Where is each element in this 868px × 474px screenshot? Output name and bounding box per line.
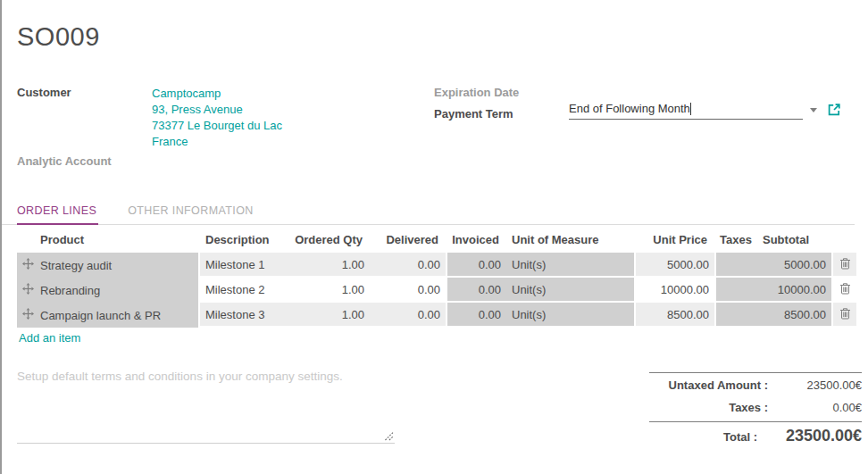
trash-icon[interactable] bbox=[839, 284, 851, 297]
payment-term-field[interactable]: End of Following Month bbox=[569, 102, 841, 120]
invoiced-cell: 0.00 bbox=[446, 303, 506, 328]
move-icon[interactable] bbox=[22, 259, 34, 272]
column-header-invoiced[interactable]: Invoiced bbox=[446, 229, 506, 253]
description-cell[interactable]: Milestone 3 bbox=[200, 303, 288, 328]
customer-address-line2[interactable]: 73377 Le Bourget du Lac bbox=[152, 118, 282, 134]
unit-price-cell[interactable]: 8500.00 bbox=[636, 303, 714, 328]
taxes-cell bbox=[714, 303, 757, 328]
analytic-account-label: Analytic Account bbox=[17, 154, 112, 168]
delete-row-cell[interactable] bbox=[833, 278, 856, 303]
page-title: SO009 bbox=[17, 22, 100, 52]
add-an-item-link[interactable]: Add an item bbox=[19, 331, 80, 345]
subtotal-cell: 10000.00 bbox=[757, 278, 833, 303]
resize-handle-icon[interactable] bbox=[384, 431, 394, 441]
invoiced-cell: 0.00 bbox=[446, 253, 506, 278]
delivered-cell[interactable]: 0.00 bbox=[370, 303, 446, 328]
delete-row-cell[interactable] bbox=[833, 253, 856, 278]
payment-term-value[interactable]: End of Following Month bbox=[569, 102, 690, 115]
table-row[interactable]: Strategy audit Milestone 1 1.00 0.00 0.0… bbox=[17, 253, 856, 278]
taxes-value: 0.00€ bbox=[780, 401, 862, 414]
customer-name[interactable]: Camptocamp bbox=[152, 86, 282, 102]
uom-cell: Unit(s) bbox=[506, 303, 636, 328]
order-lines-table: Product Description Ordered Qty Delivere… bbox=[17, 229, 856, 328]
taxes-label: Taxes : bbox=[649, 401, 780, 414]
sale-order-form: SO009 Customer Camptocamp 93, Press Aven… bbox=[0, 0, 868, 474]
description-cell[interactable]: Milestone 2 bbox=[200, 278, 288, 303]
expiration-date-label: Expiration Date bbox=[434, 86, 519, 99]
uom-cell: Unit(s) bbox=[506, 253, 636, 278]
untaxed-amount-row: Untaxed Amount : 23500.00€ bbox=[649, 373, 862, 395]
text-cursor bbox=[690, 103, 691, 115]
column-header-product[interactable]: Product bbox=[35, 229, 200, 253]
product-cell[interactable]: Rebranding bbox=[35, 278, 200, 303]
trash-icon[interactable] bbox=[839, 259, 851, 272]
tab-order-lines[interactable]: ORDER LINES bbox=[17, 204, 98, 225]
ordered-qty-cell[interactable]: 1.00 bbox=[288, 303, 370, 328]
trash-icon[interactable] bbox=[839, 309, 851, 322]
total-label: Total : bbox=[649, 430, 769, 444]
subtotal-cell: 8500.00 bbox=[757, 303, 833, 328]
move-icon[interactable] bbox=[22, 284, 34, 297]
column-header-taxes[interactable]: Taxes bbox=[714, 229, 757, 253]
payment-term-input[interactable]: End of Following Month bbox=[569, 102, 803, 120]
total-row: Total : 23500.00€ bbox=[649, 421, 862, 449]
customer-address-line1[interactable]: 93, Press Avenue bbox=[152, 102, 282, 118]
table-row[interactable]: Campaign launch & PR Milestone 3 1.00 0.… bbox=[17, 303, 856, 328]
column-header-unit-price[interactable]: Unit Price bbox=[636, 229, 714, 253]
terms-textarea[interactable]: Setup default terms and conditions in yo… bbox=[17, 362, 395, 444]
column-header-ordered-qty[interactable]: Ordered Qty bbox=[288, 229, 370, 253]
terms-placeholder: Setup default terms and conditions in yo… bbox=[17, 370, 343, 383]
delivered-cell[interactable]: 0.00 bbox=[370, 278, 446, 303]
totals-panel: Untaxed Amount : 23500.00€ Taxes : 0.00€… bbox=[649, 372, 862, 449]
taxes-cell bbox=[714, 253, 757, 278]
taxes-cell bbox=[714, 278, 757, 303]
ordered-qty-cell[interactable]: 1.00 bbox=[288, 278, 370, 303]
dropdown-caret-icon[interactable] bbox=[810, 108, 817, 112]
untaxed-amount-value: 23500.00€ bbox=[780, 378, 862, 392]
customer-label: Customer bbox=[17, 86, 71, 99]
product-cell[interactable]: Campaign launch & PR bbox=[35, 303, 200, 328]
column-header-delivered[interactable]: Delivered bbox=[370, 229, 446, 253]
ordered-qty-cell[interactable]: 1.00 bbox=[288, 253, 370, 278]
customer-address-line3[interactable]: France bbox=[152, 134, 282, 150]
invoiced-cell: 0.00 bbox=[446, 278, 506, 303]
uom-cell: Unit(s) bbox=[506, 278, 636, 303]
subtotal-cell: 5000.00 bbox=[757, 253, 833, 278]
handle-column-header bbox=[17, 229, 35, 253]
drag-handle-cell[interactable] bbox=[17, 278, 35, 303]
total-value: 23500.00€ bbox=[769, 427, 862, 445]
delete-column-header bbox=[833, 229, 856, 253]
drag-handle-cell[interactable] bbox=[17, 303, 35, 328]
table-header-row: Product Description Ordered Qty Delivere… bbox=[17, 229, 856, 253]
drag-handle-cell[interactable] bbox=[17, 253, 35, 278]
unit-price-cell[interactable]: 10000.00 bbox=[636, 278, 714, 303]
product-cell[interactable]: Strategy audit bbox=[35, 253, 200, 278]
notebook-tabs: ORDER LINES OTHER INFORMATION bbox=[2, 204, 855, 225]
column-header-subtotal[interactable]: Subtotal bbox=[757, 229, 833, 253]
delete-row-cell[interactable] bbox=[833, 303, 856, 328]
column-header-description[interactable]: Description bbox=[200, 229, 288, 253]
unit-price-cell[interactable]: 5000.00 bbox=[636, 253, 714, 278]
tab-other-information[interactable]: OTHER INFORMATION bbox=[128, 204, 255, 224]
customer-link[interactable]: Camptocamp 93, Press Avenue 73377 Le Bou… bbox=[152, 86, 282, 150]
payment-term-label: Payment Term bbox=[434, 107, 513, 121]
untaxed-amount-label: Untaxed Amount : bbox=[649, 378, 780, 392]
external-link-icon[interactable] bbox=[827, 103, 841, 117]
description-cell[interactable]: Milestone 1 bbox=[200, 253, 288, 278]
table-row[interactable]: Rebranding Milestone 2 1.00 0.00 0.00 Un… bbox=[17, 278, 856, 303]
delivered-cell[interactable]: 0.00 bbox=[370, 253, 446, 278]
move-icon[interactable] bbox=[22, 309, 34, 322]
taxes-row: Taxes : 0.00€ bbox=[649, 395, 862, 418]
column-header-uom[interactable]: Unit of Measure bbox=[506, 229, 636, 253]
